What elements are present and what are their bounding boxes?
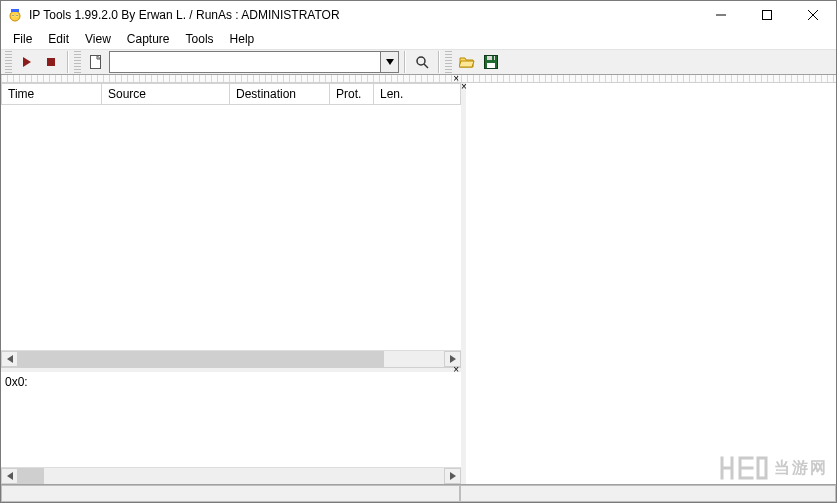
toolbar-divider [404, 51, 406, 73]
svg-point-0 [10, 11, 20, 21]
filter-dropdown-button[interactable] [381, 51, 399, 73]
svg-marker-23 [450, 472, 456, 480]
toolbar-divider [67, 51, 69, 73]
toolbar-grip[interactable] [5, 51, 12, 73]
status-cell [1, 485, 460, 502]
folder-open-icon [459, 55, 475, 69]
svg-rect-1 [11, 9, 19, 12]
hex-hscrollbar[interactable] [1, 467, 461, 484]
menu-tools[interactable]: Tools [180, 30, 220, 48]
scroll-thumb[interactable] [18, 351, 384, 367]
search-button[interactable] [411, 51, 433, 73]
hex-offset-label: 0x0: [1, 372, 461, 392]
menu-capture[interactable]: Capture [121, 30, 176, 48]
search-icon [415, 55, 429, 69]
start-capture-button[interactable] [16, 51, 38, 73]
menu-edit[interactable]: Edit [42, 30, 75, 48]
svg-point-5 [17, 15, 18, 16]
close-button[interactable] [790, 1, 836, 29]
column-source[interactable]: Source [102, 84, 230, 104]
toolbar-grip[interactable] [445, 51, 452, 73]
svg-point-4 [13, 15, 14, 16]
detail-pane[interactable] [466, 83, 836, 484]
minimize-button[interactable] [698, 1, 744, 29]
packet-list-header: Time Source Destination Prot. Len. [1, 83, 461, 105]
open-button[interactable] [456, 51, 478, 73]
chevron-down-icon [386, 58, 394, 66]
status-bar [1, 484, 836, 502]
scroll-thumb[interactable] [18, 468, 44, 484]
app-icon [7, 7, 23, 23]
new-button[interactable] [85, 51, 107, 73]
packet-list[interactable] [1, 105, 461, 350]
svg-marker-13 [386, 59, 394, 65]
scroll-right-button[interactable] [444, 468, 461, 484]
svg-rect-11 [47, 58, 55, 66]
svg-rect-19 [487, 63, 495, 68]
left-pane: Time Source Destination Prot. Len. × 0x0… [1, 83, 461, 484]
menu-file[interactable]: File [7, 30, 38, 48]
scroll-left-button[interactable] [1, 351, 18, 367]
hex-pane: 0x0: [1, 372, 461, 484]
svg-marker-10 [23, 57, 31, 67]
column-destination[interactable]: Destination [230, 84, 330, 104]
menu-help[interactable]: Help [224, 30, 261, 48]
stop-capture-button[interactable] [40, 51, 62, 73]
window-title: IP Tools 1.99.2.0 By Erwan L. / RunAs : … [29, 8, 340, 22]
hex-body[interactable] [1, 392, 461, 467]
ruler: × [1, 75, 836, 83]
scroll-left-button[interactable] [1, 468, 18, 484]
scroll-track[interactable] [18, 468, 444, 484]
toolbar [1, 49, 836, 75]
svg-point-14 [417, 57, 425, 65]
close-icon[interactable]: × [451, 75, 461, 83]
svg-line-15 [424, 64, 428, 68]
filter-combobox[interactable] [109, 51, 399, 73]
scroll-track[interactable] [18, 351, 444, 367]
column-protocol[interactable]: Prot. [330, 84, 374, 104]
svg-rect-18 [492, 56, 494, 60]
svg-marker-21 [450, 355, 456, 363]
save-button[interactable] [480, 51, 502, 73]
status-cell [460, 485, 836, 502]
title-bar[interactable]: IP Tools 1.99.2.0 By Erwan L. / RunAs : … [1, 1, 836, 29]
column-length[interactable]: Len. [374, 84, 460, 104]
toolbar-grip[interactable] [74, 51, 81, 73]
packet-list-hscrollbar[interactable] [1, 350, 461, 367]
svg-marker-20 [7, 355, 13, 363]
app-window: IP Tools 1.99.2.0 By Erwan L. / RunAs : … [0, 0, 837, 503]
toolbar-divider [438, 51, 440, 73]
filter-input[interactable] [109, 51, 381, 73]
svg-marker-22 [7, 472, 13, 480]
menu-bar: File Edit View Capture Tools Help [1, 29, 836, 49]
column-time[interactable]: Time [2, 84, 102, 104]
maximize-button[interactable] [744, 1, 790, 29]
menu-view[interactable]: View [79, 30, 117, 48]
floppy-icon [484, 55, 498, 69]
main-body: Time Source Destination Prot. Len. × 0x0… [1, 83, 836, 484]
svg-rect-7 [763, 10, 772, 19]
